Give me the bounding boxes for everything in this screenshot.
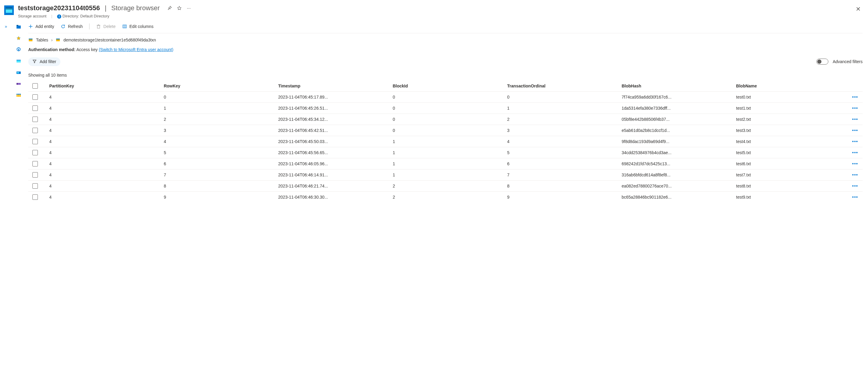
svg-rect-18 bbox=[97, 26, 100, 28]
cell-timestamp: 2023-11-04T06:46:21.74... bbox=[275, 183, 390, 189]
row-checkbox[interactable] bbox=[32, 150, 38, 155]
cell-blobname: test5.txt bbox=[733, 150, 847, 156]
row-more-icon[interactable]: ••• bbox=[847, 195, 863, 200]
page-section: Storage browser bbox=[111, 4, 159, 12]
svg-rect-13 bbox=[17, 94, 21, 95]
col-blockid[interactable]: BlockId bbox=[390, 83, 504, 89]
cell-timestamp: 2023-11-04T06:46:14.91... bbox=[275, 172, 390, 178]
cell-rowkey: 3 bbox=[161, 127, 275, 134]
row-checkbox[interactable] bbox=[32, 172, 38, 178]
rail-overview-icon[interactable] bbox=[16, 24, 21, 29]
rail-settings-icon[interactable] bbox=[16, 47, 21, 52]
row-checkbox[interactable] bbox=[32, 128, 38, 133]
table-row[interactable]: 402023-11-04T06:45:17.89...007f74ca959a6… bbox=[28, 91, 863, 103]
cell-blobhash: ea082ed78800276ace70... bbox=[619, 183, 733, 189]
svg-rect-25 bbox=[29, 38, 32, 39]
cell-blockid: 0 bbox=[390, 94, 504, 100]
cell-blockid: 0 bbox=[390, 127, 504, 134]
col-partitionkey[interactable]: PartitionKey bbox=[46, 83, 161, 89]
cell-transactionordinal: 3 bbox=[504, 127, 619, 134]
add-filter-button[interactable]: Add filter bbox=[28, 57, 60, 66]
close-icon[interactable]: ✕ bbox=[855, 4, 862, 14]
svg-rect-7 bbox=[17, 60, 21, 60]
cell-rowkey: 5 bbox=[161, 150, 275, 156]
row-checkbox[interactable] bbox=[32, 183, 38, 189]
rail-fileshares-icon[interactable] bbox=[16, 70, 21, 75]
col-blobhash[interactable]: BlobHash bbox=[619, 83, 733, 89]
select-all-checkbox[interactable] bbox=[32, 83, 38, 89]
cell-blockid: 1 bbox=[390, 172, 504, 178]
table-row[interactable]: 472023-11-04T06:46:14.91...17316ab6bfdcd… bbox=[28, 169, 863, 180]
cell-blobname: test3.txt bbox=[733, 127, 847, 134]
cell-transactionordinal: 5 bbox=[504, 150, 619, 156]
cell-blobname: test6.txt bbox=[733, 161, 847, 167]
more-icon[interactable]: ⋯ bbox=[186, 5, 192, 11]
table-row[interactable]: 462023-11-04T06:46:05.96...16698242d1fd7… bbox=[28, 158, 863, 169]
rail-favorites-icon[interactable] bbox=[16, 35, 21, 41]
cell-transactionordinal: 2 bbox=[504, 116, 619, 122]
switch-auth-link[interactable]: (Switch to Microsoft Entra user account) bbox=[99, 47, 173, 52]
row-checkbox[interactable] bbox=[32, 139, 38, 144]
advanced-filters-label: Advanced filters bbox=[833, 59, 863, 64]
advanced-filters-toggle[interactable] bbox=[816, 59, 828, 65]
row-checkbox[interactable] bbox=[32, 106, 38, 111]
cell-blobhash: 34cdd25384976b4cd3ae... bbox=[619, 150, 733, 156]
rail-tables-icon[interactable] bbox=[16, 92, 21, 98]
col-blobname[interactable]: BlobName bbox=[733, 83, 847, 89]
row-checkbox[interactable] bbox=[32, 195, 38, 200]
row-checkbox[interactable] bbox=[32, 94, 38, 100]
pin-icon[interactable] bbox=[167, 5, 173, 11]
row-more-icon[interactable]: ••• bbox=[847, 172, 863, 178]
edit-columns-button[interactable]: Edit columns bbox=[122, 24, 153, 29]
plus-icon bbox=[28, 24, 33, 29]
cell-blockid: 0 bbox=[390, 116, 504, 122]
row-more-icon[interactable]: ••• bbox=[847, 117, 863, 122]
table-icon bbox=[56, 37, 60, 42]
rail-queues-icon[interactable] bbox=[16, 81, 21, 87]
row-more-icon[interactable]: ••• bbox=[847, 161, 863, 167]
refresh-button[interactable]: Refresh bbox=[61, 24, 83, 29]
page-title: teststorage20231104t0556 bbox=[18, 4, 100, 12]
col-rowkey[interactable]: RowKey bbox=[161, 83, 275, 89]
row-more-icon[interactable]: ••• bbox=[847, 183, 863, 189]
row-more-icon[interactable]: ••• bbox=[847, 128, 863, 133]
cell-blobname: test4.txt bbox=[733, 139, 847, 145]
row-checkbox[interactable] bbox=[32, 161, 38, 167]
cell-blobname: test0.txt bbox=[733, 94, 847, 100]
table-row[interactable]: 412023-11-04T06:45:26.51...011da5314efa3… bbox=[28, 103, 863, 114]
breadcrumb-root[interactable]: Tables bbox=[36, 37, 48, 42]
auth-method-row: Authentication method: Access key (Switc… bbox=[28, 47, 863, 56]
cell-blockid: 2 bbox=[390, 194, 504, 200]
cell-rowkey: 4 bbox=[161, 139, 275, 145]
row-checkbox[interactable] bbox=[32, 117, 38, 122]
col-transactionordinal[interactable]: TransactionOrdinal bbox=[504, 83, 619, 89]
col-timestamp[interactable]: Timestamp bbox=[275, 83, 390, 89]
table-row[interactable]: 442023-11-04T06:45:50.03...149f8d8dac193… bbox=[28, 136, 863, 147]
cell-rowkey: 0 bbox=[161, 94, 275, 100]
svg-rect-9 bbox=[17, 72, 19, 73]
cell-blobhash: 1da5314efa380e7336dff... bbox=[619, 105, 733, 111]
row-more-icon[interactable]: ••• bbox=[847, 150, 863, 155]
row-more-icon[interactable]: ••• bbox=[847, 94, 863, 100]
chevron-expand-icon[interactable]: » bbox=[5, 24, 7, 200]
svg-rect-11 bbox=[17, 83, 18, 85]
cell-blobname: test2.txt bbox=[733, 116, 847, 122]
cell-blockid: 1 bbox=[390, 150, 504, 156]
directory-label: iDirectory: Default Directory bbox=[57, 14, 109, 19]
rail-containers-icon[interactable] bbox=[16, 58, 21, 64]
favorite-icon[interactable] bbox=[177, 5, 182, 11]
entities-table: PartitionKey RowKey Timestamp BlockId Tr… bbox=[28, 81, 863, 203]
table-row[interactable]: 492023-11-04T06:46:30.30...29bc65a28846b… bbox=[28, 192, 863, 203]
row-more-icon[interactable]: ••• bbox=[847, 139, 863, 144]
table-row[interactable]: 452023-11-04T06:45:56.65...1534cdd253849… bbox=[28, 147, 863, 158]
item-count: Showing all 10 items bbox=[28, 70, 863, 81]
cell-transactionordinal: 0 bbox=[504, 94, 619, 100]
cell-partitionkey: 4 bbox=[46, 172, 161, 178]
table-row[interactable]: 432023-11-04T06:45:42.51...03e5ab61d0a2b… bbox=[28, 125, 863, 136]
add-entity-button[interactable]: Add entity bbox=[28, 24, 54, 29]
refresh-icon bbox=[61, 24, 65, 29]
info-icon: i bbox=[57, 14, 61, 19]
row-more-icon[interactable]: ••• bbox=[847, 106, 863, 111]
table-row[interactable]: 422023-11-04T06:45:34.12...0205bf8e442b8… bbox=[28, 114, 863, 125]
table-row[interactable]: 482023-11-04T06:46:21.74...28ea082ed7880… bbox=[28, 180, 863, 192]
